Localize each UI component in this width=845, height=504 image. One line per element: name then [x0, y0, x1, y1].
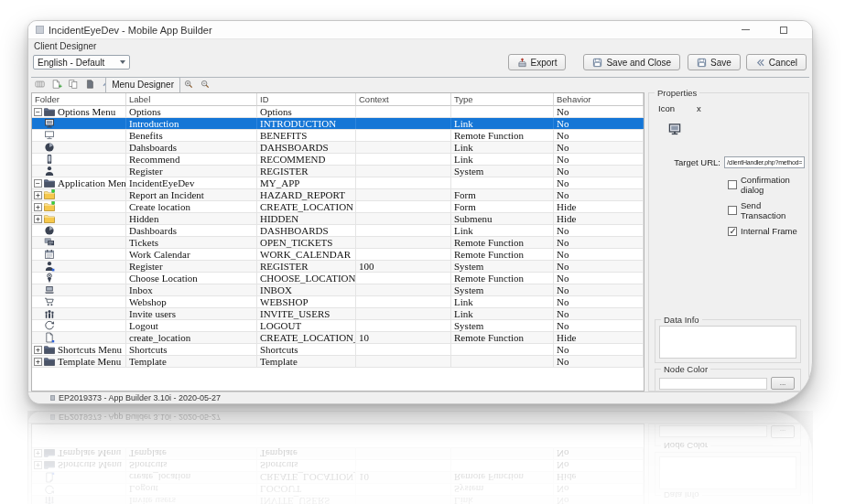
column-header-context[interactable]: Context	[356, 93, 451, 106]
node-color-picker-button[interactable]: ...	[771, 377, 795, 390]
calendar-icon	[44, 249, 55, 260]
table-row[interactable]: TicketsOPEN_TICKETSRemote FunctionNo	[32, 237, 644, 249]
add-page-button[interactable]	[49, 79, 64, 92]
node-color-input[interactable]	[659, 378, 767, 390]
table-row[interactable]: LogoutLOGOUTSystemNo	[32, 320, 644, 332]
folder-icon	[44, 356, 55, 367]
language-select[interactable]: English - Default	[33, 55, 130, 70]
maximize-icon	[780, 27, 787, 34]
zoom-in-button[interactable]	[181, 79, 196, 92]
column-header-type[interactable]: Type	[451, 93, 554, 106]
tickets-icon	[44, 237, 55, 248]
export-button[interactable]: Export	[508, 54, 567, 70]
save-and-close-button[interactable]: Save and Close	[583, 54, 680, 70]
properties-panel: Properties Icon x Target URL: Confirmati…	[648, 92, 809, 391]
status-bar: EP2019373 - App Builder 3.10i - 2020-05-…	[28, 391, 812, 403]
column-header-id[interactable]: ID	[257, 93, 356, 106]
icon-clear-button[interactable]: x	[697, 103, 701, 113]
laptop-icon	[44, 284, 55, 295]
save-and-close-button-label: Save and Close	[606, 58, 671, 68]
save-icon	[592, 58, 602, 68]
expander-plus[interactable]: +	[34, 215, 42, 223]
window-frame: IncidentEyeDev - Mobile App Builder Clie…	[27, 20, 813, 404]
expander-minus[interactable]: −	[34, 108, 42, 116]
folder-name: Shortcuts Menu	[55, 344, 122, 355]
status-text: EP2019373 - App Builder 3.10i - 2020-05-…	[59, 393, 221, 402]
checkbox-internal-frame[interactable]: Internal Frame	[728, 226, 807, 236]
icon-label: Icon	[658, 103, 675, 113]
grid-new-icon	[35, 79, 46, 90]
export-button-label: Export	[531, 58, 558, 68]
table-row[interactable]: RegisterREGISTER100SystemNo	[32, 261, 644, 273]
status-icon	[50, 395, 55, 401]
table-row[interactable]: InboxINBOXSystemNo	[32, 284, 644, 296]
person-dot-icon	[44, 261, 55, 272]
table-row[interactable]: BenefitsBENEFITSRemote FunctionNo	[32, 130, 644, 142]
expander-plus[interactable]: +	[34, 358, 42, 366]
column-header-label[interactable]: Label	[126, 93, 257, 106]
checkbox-box[interactable]	[728, 180, 737, 189]
cancel-button-label: Cancel	[769, 58, 797, 68]
expander-plus[interactable]: +	[34, 191, 42, 199]
app-icon	[36, 26, 44, 34]
data-info-textarea[interactable]	[659, 326, 796, 359]
table-row[interactable]: −Application MenuIncidentEyeDevMY_APPNo	[32, 177, 644, 189]
table-row[interactable]: RegisterREGISTERSystemNo	[32, 166, 644, 177]
table-body: −Options MenuOptionsOptionsNoIntroductio…	[32, 106, 644, 391]
title-bar[interactable]: IncidentEyeDev - Mobile App Builder	[28, 21, 812, 39]
copy-icon	[68, 79, 79, 90]
paste-button[interactable]	[82, 79, 97, 92]
zoom-in-icon	[183, 79, 194, 90]
content-split: FolderLabelIDContextTypeBehavior −Option…	[31, 92, 809, 391]
table-row[interactable]: WebshopWEBSHOPLinkNo	[32, 296, 644, 308]
table-row[interactable]: +Report an IncidentHAZARD_REPORTFormNo	[32, 189, 644, 201]
table-row[interactable]: RecommendRECOMMENDLinkNo	[32, 154, 644, 166]
folder-icon	[44, 177, 55, 188]
client-designer-label: Client Designer	[33, 41, 807, 51]
checkbox-confirmation-dialog[interactable]: Confirmation dialog	[728, 175, 807, 195]
cancel-button[interactable]: Cancel	[746, 54, 807, 70]
grid-new-button[interactable]	[33, 79, 48, 92]
folder-yellow-icon	[44, 213, 55, 224]
checkbox-box[interactable]	[728, 206, 737, 215]
paste-icon	[84, 79, 95, 90]
table-row[interactable]: Invite usersINVITE_USERSLinkNo	[32, 308, 644, 320]
table-row[interactable]: +Shortcuts MenuShortcutsShortcutsNo	[32, 344, 644, 356]
target-url-label: Target URL:	[651, 157, 724, 167]
expander-plus[interactable]: +	[34, 203, 42, 211]
person-icon	[44, 166, 55, 177]
table-row[interactable]: +Template MenuTemplateTemplateNo	[32, 356, 644, 368]
screen-icon	[667, 123, 807, 136]
column-header-folder[interactable]: Folder	[32, 93, 126, 106]
zoom-out-icon	[200, 79, 211, 90]
table-row[interactable]: +Create locationCREATE_LOCATIONFormHide	[32, 201, 644, 213]
table-row[interactable]: DashboardsDASHBOARDSLinkNo	[32, 225, 644, 237]
folder-icon	[44, 344, 55, 355]
table-row[interactable]: DahsboardsDAHSBOARDSLinkNo	[32, 142, 644, 154]
location-pin-icon	[44, 273, 55, 284]
checkbox-send-transaction[interactable]: Send Transaction	[728, 200, 807, 220]
data-info-group: Data Info	[655, 319, 801, 363]
maximize-button[interactable]	[768, 23, 799, 38]
expander-plus[interactable]: +	[34, 346, 42, 354]
table-row[interactable]: Choose LocationCHOOSE_LOCATIONRemote Fun…	[32, 273, 644, 284]
table-row[interactable]: Work CalendarWORK_CALENDARRemote Functio…	[32, 249, 644, 261]
table-row[interactable]: create_locationCREATE_LOCATION_ST...10Re…	[32, 332, 644, 344]
table-row[interactable]: IntroductionINTRODUCTIONLinkNo	[32, 118, 644, 130]
copy-button[interactable]	[66, 79, 81, 92]
document-dot-icon	[44, 332, 55, 343]
save-button[interactable]: Save	[688, 54, 741, 70]
minimize-button[interactable]	[730, 23, 761, 38]
window-title: IncidentEyeDev - Mobile App Builder	[49, 25, 722, 36]
table-row[interactable]: +HiddenHIDDENSubmenuHide	[32, 213, 644, 225]
checkbox-box[interactable]	[728, 227, 737, 236]
tab-menu-designer[interactable]: Menu Designer	[105, 77, 180, 92]
column-header-behavior[interactable]: Behavior	[554, 93, 644, 106]
table-row[interactable]: −Options MenuOptionsOptionsNo	[32, 106, 644, 118]
zoom-out-button[interactable]	[198, 79, 212, 92]
language-select-value: English - Default	[38, 58, 117, 68]
export-icon	[517, 58, 527, 68]
target-url-input[interactable]	[724, 156, 805, 168]
folder-name: Template Menu	[55, 356, 121, 367]
expander-minus[interactable]: −	[34, 179, 42, 188]
